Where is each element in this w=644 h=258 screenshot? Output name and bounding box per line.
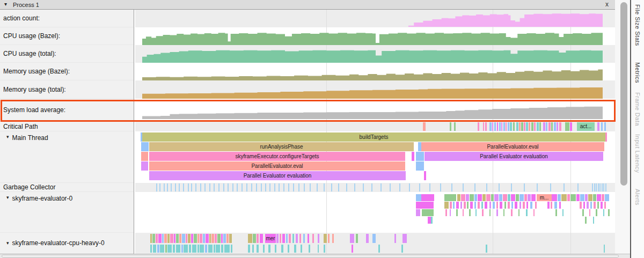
trace-tick[interactable]	[508, 122, 509, 131]
sidebar-tab-metrics[interactable]: Metrics	[634, 62, 641, 83]
evaluator-slice[interactable]	[431, 217, 433, 224]
thread-slice[interactable]: Parallel Evaluator evaluation	[425, 152, 603, 161]
trace-tick[interactable]	[531, 122, 533, 131]
thread-slice-fragment[interactable]	[141, 152, 148, 161]
evaluator-slice[interactable]	[200, 234, 202, 243]
trace-tick[interactable]	[499, 122, 501, 131]
counter-area-chart[interactable]	[135, 99, 615, 122]
evaluator-slice[interactable]	[309, 245, 310, 253]
evaluator-slice[interactable]	[605, 194, 609, 201]
evaluator-slice[interactable]	[221, 234, 223, 243]
evaluator-slice[interactable]	[485, 202, 487, 209]
evaluator-slice[interactable]	[467, 202, 469, 209]
evaluator-slice[interactable]	[608, 209, 610, 216]
trace-tick[interactable]	[534, 122, 536, 131]
gc-tick[interactable]	[209, 183, 210, 191]
gc-tick[interactable]	[602, 183, 603, 191]
gc-tick[interactable]	[171, 183, 172, 191]
evaluator-slice[interactable]	[559, 202, 561, 209]
evaluator-slice[interactable]	[589, 209, 590, 216]
trace-tick[interactable]	[529, 122, 530, 131]
evaluator-slice[interactable]	[593, 194, 596, 201]
thread-slice[interactable]: buildTargets	[142, 132, 605, 142]
evaluator-slice[interactable]	[191, 234, 193, 243]
evaluator-slice[interactable]	[231, 245, 232, 253]
evaluator-slice[interactable]	[416, 202, 434, 209]
gc-tick[interactable]	[605, 183, 606, 191]
trace-tick[interactable]	[548, 122, 551, 131]
gc-tick[interactable]	[577, 183, 579, 191]
evaluator-slice[interactable]	[150, 245, 152, 253]
gc-tick[interactable]	[463, 183, 464, 191]
evaluator-slice[interactable]	[489, 202, 491, 209]
evaluator-slice[interactable]	[318, 245, 319, 253]
evaluator-slice[interactable]	[602, 194, 604, 201]
evaluator-slice[interactable]	[366, 234, 369, 243]
gc-tick[interactable]	[251, 183, 252, 191]
evaluator-slice[interactable]	[197, 234, 199, 243]
trace-tick[interactable]	[537, 122, 539, 131]
evaluator-slice[interactable]	[580, 202, 582, 209]
evaluator-slice[interactable]	[208, 245, 213, 253]
gc-tick[interactable]	[159, 183, 160, 191]
gc-tick[interactable]	[317, 183, 318, 191]
evaluator-slice[interactable]	[167, 234, 170, 243]
collapse-icon[interactable]: ▾	[4, 1, 7, 7]
thread-slice-fragment[interactable]	[412, 152, 414, 161]
gc-tick[interactable]	[537, 183, 538, 191]
evaluator-slice[interactable]	[561, 194, 567, 201]
evaluator-slice[interactable]	[257, 234, 259, 243]
evaluator-slice[interactable]	[328, 234, 330, 243]
evaluator-slice[interactable]	[555, 209, 557, 216]
gc-tick[interactable]	[550, 183, 551, 191]
evaluator-slice[interactable]	[150, 234, 152, 243]
evaluator-slice[interactable]	[450, 202, 452, 209]
evaluator-slice[interactable]	[157, 245, 159, 253]
gc-tick[interactable]	[214, 183, 215, 191]
gc-tick[interactable]	[380, 183, 382, 191]
gc-tick[interactable]	[331, 183, 332, 191]
trace-tick[interactable]	[454, 122, 456, 131]
gc-tick[interactable]	[363, 183, 364, 191]
evaluator-slice[interactable]	[184, 245, 188, 253]
evaluator-slice[interactable]	[478, 194, 482, 201]
evaluator-slice[interactable]	[324, 234, 327, 243]
evaluator-slice[interactable]	[453, 202, 455, 209]
evaluator-slice[interactable]	[312, 234, 314, 243]
gc-tick[interactable]	[429, 183, 430, 191]
gc-tick[interactable]	[599, 183, 601, 191]
evaluator-slice[interactable]	[554, 202, 557, 209]
evaluator-slice[interactable]	[461, 194, 465, 201]
gc-tick[interactable]	[293, 183, 294, 191]
sidebar-tab-alerts[interactable]: Alerts	[634, 189, 641, 205]
trace-tick[interactable]	[543, 122, 545, 131]
evaluator-slice[interactable]	[503, 194, 507, 201]
thread-slice-fragment[interactable]	[141, 161, 148, 171]
evaluator-slice[interactable]	[324, 245, 325, 253]
gc-tick[interactable]	[241, 183, 243, 191]
trace-tick[interactable]	[450, 122, 451, 131]
collapse-icon[interactable]: ▾	[6, 134, 9, 139]
evaluator-slice[interactable]	[252, 245, 254, 253]
evaluator-slice[interactable]	[523, 202, 525, 209]
evaluator-slice[interactable]	[508, 202, 510, 209]
evaluator-slice[interactable]	[286, 234, 288, 243]
evaluator-slice[interactable]	[181, 245, 183, 253]
trace-tick[interactable]	[557, 122, 558, 131]
gc-tick[interactable]	[390, 183, 391, 191]
evaluator-slice[interactable]	[444, 194, 456, 201]
evaluator-slice[interactable]	[167, 245, 172, 253]
evaluator-slice[interactable]	[268, 245, 270, 253]
evaluator-slice[interactable]	[203, 234, 205, 243]
gc-tick[interactable]	[237, 183, 238, 191]
counter-area-chart[interactable]	[135, 80, 615, 99]
evaluator-slice[interactable]	[182, 234, 185, 243]
evaluator-slice[interactable]	[551, 202, 552, 209]
gc-tick[interactable]	[440, 183, 441, 191]
evaluator-slice[interactable]	[493, 202, 495, 209]
evaluator-slice[interactable]	[281, 245, 283, 253]
evaluator-slice[interactable]	[174, 234, 175, 243]
evaluator-slice[interactable]	[456, 209, 458, 216]
trace-tick[interactable]	[513, 122, 515, 131]
evaluator-slice[interactable]	[421, 194, 434, 201]
